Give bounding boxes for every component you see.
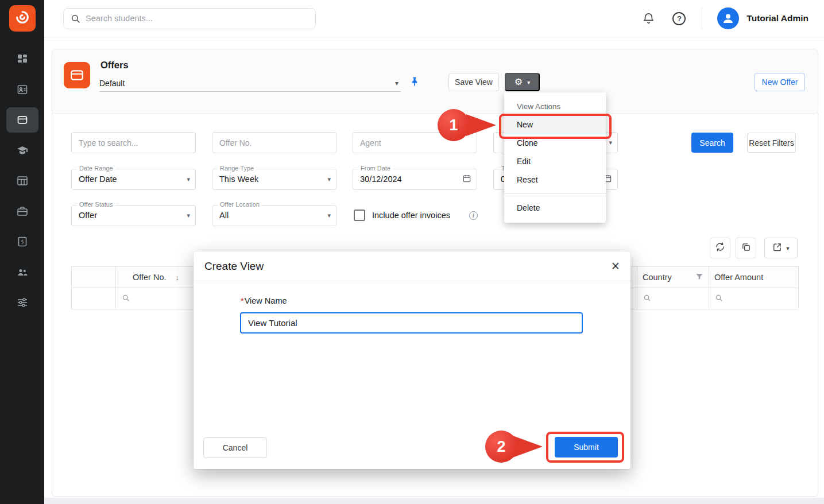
view-name-input[interactable]: [240, 312, 583, 334]
calendar-icon: [462, 174, 471, 185]
sidebar-item-settings[interactable]: [6, 290, 38, 315]
menu-item-delete[interactable]: Delete: [504, 199, 606, 217]
export-icon: [772, 242, 782, 254]
sidebar-item-reports[interactable]: [6, 168, 38, 193]
export-button[interactable]: ▾: [764, 238, 798, 258]
sidebar: $: [0, 0, 44, 504]
sort-descending-icon[interactable]: ↓: [176, 273, 180, 282]
page-bottom-strip: [44, 498, 824, 504]
sidebar-item-students[interactable]: [6, 77, 38, 102]
user-menu[interactable]: Tutorial Admin: [702, 7, 808, 29]
new-offer-button[interactable]: New Offer: [755, 73, 805, 91]
modal-title: Create View: [204, 260, 264, 273]
contact-card-icon: [17, 84, 28, 95]
search-input[interactable]: [86, 14, 308, 23]
sidebar-item-offers[interactable]: [6, 107, 38, 133]
search-icon: [715, 294, 723, 304]
offers-icon: [17, 114, 28, 126]
notifications-bell-icon[interactable]: [642, 12, 655, 25]
offer-location-select[interactable]: Offer Location All ▾: [212, 205, 336, 226]
sidebar-item-agents[interactable]: [6, 259, 38, 285]
view-name-label: *View Name: [241, 296, 287, 305]
offer-location-label: Offer Location: [218, 201, 262, 208]
user-name: Tutorial Admin: [746, 13, 808, 24]
chevron-down-icon: ▾: [527, 79, 530, 86]
page-header-card: Offers Default ▾ Save View ⚙ ▾ New Offer: [52, 49, 818, 114]
offer-no-column-header[interactable]: Offer No. ↓: [116, 267, 196, 288]
step1-badge: 1: [438, 109, 470, 141]
app-logo[interactable]: [9, 5, 36, 32]
range-type-label: Range Type: [218, 165, 256, 172]
save-view-button[interactable]: Save View: [448, 73, 499, 91]
menu-item-reset[interactable]: Reset: [504, 170, 606, 189]
from-date-value: 30/12/2024: [353, 169, 477, 189]
date-range-value: Offer Date: [72, 169, 195, 189]
student-search-box: [63, 8, 316, 29]
menu-divider: [504, 193, 606, 194]
chevron-down-icon: ▾: [609, 139, 612, 146]
offer-amount-column-header[interactable]: Offer Amount: [709, 267, 798, 288]
sidebar-nav: $: [0, 46, 44, 320]
offer-amount-filter-cell[interactable]: [709, 288, 798, 309]
search-button[interactable]: Search: [691, 133, 733, 153]
sidebar-item-courses[interactable]: [6, 138, 38, 163]
table-icon: [17, 175, 28, 187]
include-offer-invoices-checkbox[interactable]: [354, 210, 365, 221]
page-title: Offers: [100, 60, 129, 71]
chevron-down-icon: ▾: [395, 79, 401, 87]
view-selector[interactable]: Default ▾: [99, 75, 401, 92]
refresh-button[interactable]: [710, 238, 730, 258]
copy-grid-button[interactable]: [736, 238, 756, 258]
from-date-label: From Date: [358, 165, 393, 172]
country-column-header[interactable]: Country: [637, 267, 709, 288]
search-icon: [643, 294, 651, 304]
copy-icon: [741, 242, 751, 254]
help-icon[interactable]: ?: [672, 12, 686, 25]
view-actions-menu: View Actions New Clone Edit Reset Delete: [504, 92, 606, 223]
reset-filters-button[interactable]: Reset Filters: [747, 133, 796, 153]
selection-filter-cell: [72, 288, 116, 309]
offers-page-icon: [64, 62, 90, 88]
offer-no-filter-cell[interactable]: [116, 288, 196, 309]
close-icon[interactable]: ×: [611, 259, 620, 273]
modal-header: Create View ×: [194, 251, 630, 281]
cancel-button[interactable]: Cancel: [203, 437, 267, 458]
selection-column-header: [72, 267, 116, 288]
search-icon: [122, 294, 130, 304]
date-range-label: Date Range: [77, 165, 115, 172]
include-offer-invoices-label: Include offer invoices: [372, 211, 450, 220]
dashboard-icon: [17, 53, 28, 65]
type-to-search-input[interactable]: [71, 132, 196, 153]
range-type-value: This Week: [212, 169, 336, 189]
submit-button[interactable]: Submit: [555, 437, 618, 458]
sidebar-item-services[interactable]: [6, 199, 38, 224]
people-icon: [17, 266, 28, 278]
view-selector-value: Default: [99, 79, 125, 88]
info-icon[interactable]: i: [469, 211, 478, 220]
country-header-label: Country: [643, 273, 672, 282]
offer-status-select[interactable]: Offer Status Offer ▾: [71, 205, 196, 226]
create-view-modal: Create View × *View Name Cancel Submit: [194, 251, 630, 469]
chevron-down-icon: ▾: [786, 245, 789, 251]
topbar-right: ? Tutorial Admin: [642, 7, 824, 29]
filter-funnel-icon[interactable]: [695, 273, 703, 282]
range-type-select[interactable]: Range Type This Week ▾: [212, 169, 336, 190]
pin-view-button[interactable]: [409, 76, 420, 87]
topbar: ? Tutorial Admin: [44, 0, 824, 37]
view-actions-menu-header: View Actions: [504, 98, 606, 115]
sliders-icon: [17, 297, 28, 308]
required-asterisk: *: [241, 296, 244, 305]
sidebar-item-dashboard[interactable]: [6, 46, 38, 72]
view-actions-button[interactable]: ⚙ ▾: [505, 73, 540, 91]
menu-item-clone[interactable]: Clone: [504, 134, 606, 152]
sidebar-item-invoices[interactable]: $: [6, 229, 38, 254]
offer-no-input[interactable]: [212, 132, 336, 153]
offer-status-value: Offer: [72, 206, 195, 226]
country-filter-cell[interactable]: [637, 288, 709, 309]
step2-badge: 2: [485, 431, 517, 463]
menu-item-edit[interactable]: Edit: [504, 152, 606, 170]
date-range-select[interactable]: Date Range Offer Date ▾: [71, 169, 196, 190]
graduation-cap-icon: [17, 145, 28, 156]
from-date-field[interactable]: From Date 30/12/2024: [353, 169, 477, 190]
menu-item-new[interactable]: New: [504, 115, 606, 134]
